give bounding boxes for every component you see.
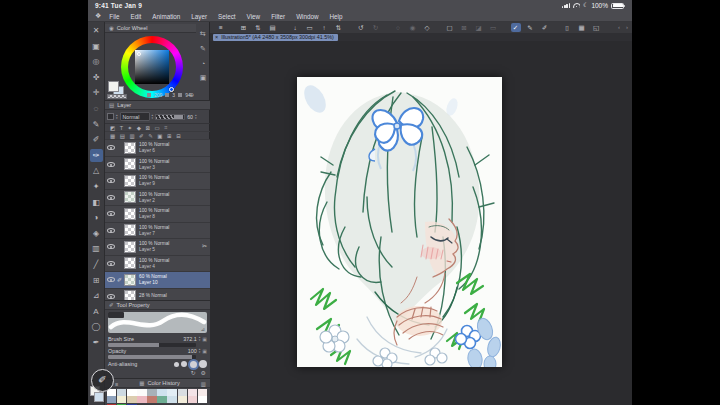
swatch[interactable] — [178, 389, 187, 396]
new-folder-icon[interactable]: ▤ — [120, 133, 125, 139]
opacity-value[interactable]: 100 — [188, 348, 197, 354]
layer-row[interactable]: 100 % NormalLayer 8 — [105, 206, 210, 223]
artwork-canvas[interactable] — [297, 77, 502, 367]
color-history-header[interactable]: ≡ ▦ Color History ▥ — [105, 379, 210, 388]
layer-row[interactable]: 100 % NormalLayer 5✂ — [105, 239, 210, 256]
aa-weak-button[interactable] — [181, 361, 187, 367]
operation-tool-icon[interactable]: ▣ — [90, 40, 103, 53]
layer-visibility-eye-icon[interactable] — [107, 244, 115, 249]
aa-middle-button[interactable] — [190, 361, 197, 368]
palette-icon[interactable]: ▦ — [577, 23, 587, 32]
layer-thumbnail[interactable] — [124, 208, 136, 220]
combine-icon[interactable]: ▣ — [157, 133, 162, 139]
layer-opacity-stepper[interactable]: ▴▾ — [195, 114, 197, 119]
swatch[interactable] — [198, 389, 207, 396]
balloon-tool-icon[interactable]: ◯ — [90, 320, 103, 333]
canvas-stepper-icon[interactable]: ⇅ — [253, 23, 263, 32]
snap-special-ruler-icon[interactable]: ✎ — [525, 23, 535, 32]
canvas-area[interactable] — [210, 41, 632, 405]
layer-opacity-slider[interactable] — [155, 114, 185, 120]
opacity-dynamics-icon[interactable]: ▣ — [202, 348, 207, 354]
document-tab[interactable]: × Illustration5* (A4 2480 x 3508px 300dp… — [213, 34, 338, 41]
brush-stroke-preview[interactable]: ⊿ — [108, 312, 207, 333]
tool-settings-wrench-icon[interactable]: ⚙ — [201, 369, 206, 376]
layer-row[interactable]: 28 % Normal — [105, 289, 210, 301]
aa-strong-button[interactable] — [199, 360, 207, 368]
sub-color-chip[interactable] — [94, 392, 104, 402]
layer-visibility-eye-icon[interactable] — [107, 277, 115, 282]
hand-tool-icon[interactable]: ✜ — [90, 71, 103, 84]
delete-layer-icon[interactable]: ⊟ — [176, 133, 181, 139]
text-layer-icon[interactable]: T — [120, 125, 123, 131]
layer-row[interactable]: 100 % NormalLayer 3 — [105, 157, 210, 174]
add-icon[interactable]: ⊞ — [167, 133, 172, 139]
merge-down-icon[interactable]: ✐ — [139, 133, 144, 139]
tool-property-header[interactable]: ✐ Tool Property — [105, 301, 210, 310]
clip-to-layer-icon[interactable]: ◩ — [110, 125, 115, 131]
tab-close-icon[interactable]: × — [215, 34, 218, 41]
export-stepper-icon[interactable]: ⇅ — [334, 23, 344, 32]
swatch[interactable] — [188, 389, 197, 396]
swatch[interactable] — [127, 396, 136, 403]
brush-size-dynamics-icon[interactable]: ▣ — [202, 336, 207, 342]
undo-icon[interactable]: ↺ — [356, 23, 366, 32]
sub-view-icon[interactable]: ⇆ — [200, 30, 206, 38]
swatch[interactable] — [188, 396, 197, 403]
menu-window[interactable]: Window — [296, 13, 318, 20]
snap-to-ruler-icon[interactable]: ✓ — [511, 23, 521, 32]
layer-thumbnail[interactable] — [124, 175, 136, 187]
ruler-icon[interactable]: ▭ — [155, 125, 160, 131]
edit-canvas-icon[interactable]: ▤ — [268, 23, 278, 32]
color-history-menu-icon[interactable]: ≡ — [115, 380, 118, 389]
layer-row[interactable]: 100 % NormalLayer 2 — [105, 190, 210, 207]
menu-filter[interactable]: Filter — [271, 13, 285, 20]
layer-thumbnail[interactable] — [124, 224, 136, 236]
gradient-tool-icon[interactable]: ▥ — [90, 242, 103, 255]
frame-icon[interactable]: ⌗ — [164, 124, 167, 131]
layer-row[interactable]: 100 % NormalLayer 4 — [105, 256, 210, 273]
swatch[interactable] — [157, 389, 166, 396]
eyedropper-tool-icon[interactable]: ✒ — [90, 336, 103, 349]
blend-tool-icon[interactable]: ◑ — [90, 211, 103, 224]
opacity-slider-bar[interactable] — [108, 355, 196, 359]
mask-icon[interactable]: ⊠ — [145, 125, 150, 131]
lock-layer-icon[interactable]: ✦ — [128, 125, 133, 131]
layer-thumbnail[interactable] — [124, 241, 136, 253]
snap-grid-icon[interactable]: ✐ — [540, 23, 550, 32]
swatch[interactable] — [147, 389, 156, 396]
lock-transparent-icon[interactable]: ◆ — [137, 125, 141, 131]
layer-visibility-eye-icon[interactable] — [107, 145, 115, 150]
layer-visibility-eye-icon[interactable] — [107, 261, 115, 266]
figure-tool-icon[interactable]: ╱ — [90, 258, 103, 271]
layer-visibility-eye-icon[interactable] — [107, 211, 115, 216]
frame-tool-icon[interactable]: ⊞ — [90, 274, 103, 287]
layer-row[interactable]: ✐60 % NormalLayer 10 — [105, 272, 210, 289]
close-tool-icon[interactable]: ✕ — [90, 24, 103, 37]
layer-visibility-eye-icon[interactable] — [107, 294, 115, 299]
layer-thumbnail[interactable] — [124, 257, 136, 269]
layer-color-chip[interactable] — [107, 113, 114, 120]
menu-help[interactable]: Help — [330, 13, 343, 20]
fill-tool-icon[interactable]: ◈ — [90, 227, 103, 240]
clip-studio-circle-button[interactable]: ✐ — [91, 369, 114, 392]
collapse-left-icon[interactable]: ‹ — [618, 24, 620, 30]
swatch[interactable] — [117, 389, 126, 396]
crop-canvas-icon[interactable]: ▢ — [445, 23, 455, 32]
layer-visibility-eye-icon[interactable] — [107, 162, 115, 167]
layer-color-stepper[interactable]: ▴▾ — [116, 114, 118, 119]
sv-marker[interactable] — [137, 52, 141, 56]
swatch[interactable] — [147, 396, 156, 403]
swatch[interactable] — [167, 389, 176, 396]
new-canvas-icon[interactable]: ⊞ — [239, 23, 249, 32]
layer-thumbnail[interactable] — [124, 290, 136, 300]
layer-visibility-eye-icon[interactable] — [107, 195, 115, 200]
swatch[interactable] — [157, 396, 166, 403]
export-icon[interactable]: ↑ — [319, 23, 329, 32]
edit-icon[interactable]: ✎ — [148, 133, 153, 139]
brush-tool-icon[interactable]: ✑ — [90, 149, 103, 162]
menu-file[interactable]: File — [109, 13, 119, 20]
pencil-tool-icon[interactable]: ✐ — [90, 133, 103, 146]
spray-icon[interactable]: ◇ — [422, 23, 432, 32]
airbrush-tool-icon[interactable]: △ — [90, 164, 103, 177]
swatch[interactable] — [198, 396, 207, 403]
